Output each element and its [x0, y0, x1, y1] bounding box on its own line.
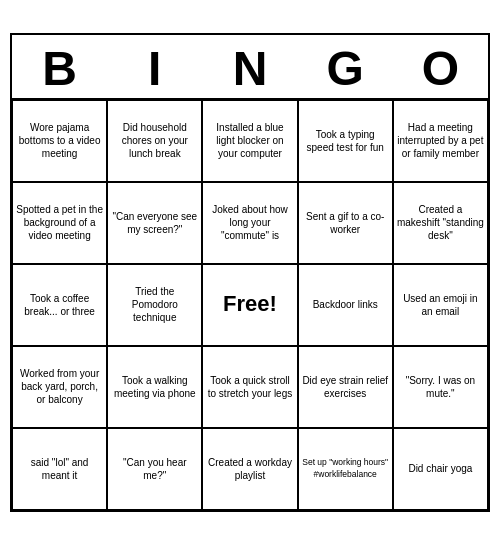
bingo-cell-1[interactable]: Did household chores on your lunch break [107, 100, 202, 182]
letter-i: I [111, 41, 199, 96]
bingo-cell-6[interactable]: "Can everyone see my screen?" [107, 182, 202, 264]
letter-g: G [301, 41, 389, 96]
bingo-cell-0[interactable]: Wore pajama bottoms to a video meeting [12, 100, 107, 182]
bingo-cell-13[interactable]: Backdoor links [298, 264, 393, 346]
letter-b: B [16, 41, 104, 96]
bingo-cell-17[interactable]: Took a quick stroll to stretch your legs [202, 346, 297, 428]
bingo-cell-7[interactable]: Joked about how long your "commute" is [202, 182, 297, 264]
bingo-cell-9[interactable]: Created a makeshift "standing desk" [393, 182, 488, 264]
bingo-cell-16[interactable]: Took a walking meeting via phone [107, 346, 202, 428]
letter-n: N [206, 41, 294, 96]
bingo-cell-22[interactable]: Created a workday playlist [202, 428, 297, 510]
letter-o: O [396, 41, 484, 96]
bingo-cell-24[interactable]: Did chair yoga [393, 428, 488, 510]
bingo-cell-3[interactable]: Took a typing speed test for fun [298, 100, 393, 182]
bingo-cell-11[interactable]: Tried the Pomodoro technique [107, 264, 202, 346]
bingo-cell-8[interactable]: Sent a gif to a co-worker [298, 182, 393, 264]
bingo-cell-23[interactable]: Set up "working hours" #worklifebalance [298, 428, 393, 510]
bingo-cell-18[interactable]: Did eye strain relief exercises [298, 346, 393, 428]
bingo-cell-20[interactable]: said "lol" and meant it [12, 428, 107, 510]
bingo-card: B I N G O Wore pajama bottoms to a video… [10, 33, 490, 512]
bingo-cell-15[interactable]: Worked from your back yard, porch, or ba… [12, 346, 107, 428]
bingo-cell-12[interactable]: Free! [202, 264, 297, 346]
bingo-grid: Wore pajama bottoms to a video meetingDi… [12, 98, 488, 510]
bingo-cell-19[interactable]: "Sorry. I was on mute." [393, 346, 488, 428]
bingo-cell-5[interactable]: Spotted a pet in the background of a vid… [12, 182, 107, 264]
bingo-cell-2[interactable]: Installed a blue light blocker on your c… [202, 100, 297, 182]
bingo-cell-4[interactable]: Had a meeting interrupted by a pet or fa… [393, 100, 488, 182]
bingo-title: B I N G O [12, 35, 488, 98]
bingo-cell-21[interactable]: "Can you hear me?" [107, 428, 202, 510]
bingo-cell-10[interactable]: Took a coffee break... or three [12, 264, 107, 346]
bingo-cell-14[interactable]: Used an emoji in an email [393, 264, 488, 346]
